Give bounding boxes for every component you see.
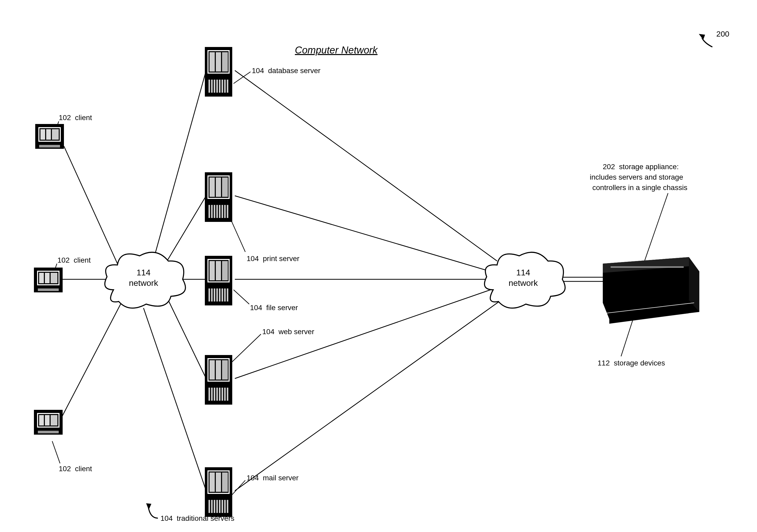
client-1: 102 client bbox=[35, 113, 92, 149]
svg-line-2 bbox=[59, 300, 123, 423]
svg-text:includes servers and storage: includes servers and storage bbox=[590, 173, 683, 181]
figure-ref: 200 bbox=[716, 29, 729, 38]
svg-line-22 bbox=[231, 480, 245, 496]
svg-line-21 bbox=[228, 334, 261, 365]
svg-line-8 bbox=[235, 71, 497, 261]
storage-appliance bbox=[603, 257, 699, 324]
svg-text:102  client: 102 client bbox=[57, 256, 91, 264]
svg-text:network: network bbox=[129, 278, 158, 288]
figure-ref-arrow: 200 bbox=[699, 29, 729, 47]
svg-rect-44 bbox=[611, 266, 684, 268]
svg-line-23 bbox=[645, 193, 668, 261]
svg-text:104  web server: 104 web server bbox=[262, 328, 314, 336]
svg-line-18 bbox=[233, 72, 251, 83]
svg-marker-26 bbox=[146, 503, 151, 510]
server-group-label: 104 traditional servers bbox=[161, 514, 234, 522]
svg-line-17 bbox=[52, 441, 60, 463]
svg-text:202  storage appliance:: 202 storage appliance: bbox=[603, 163, 679, 171]
svg-text:104  mail server: 104 mail server bbox=[247, 474, 298, 482]
svg-line-20 bbox=[233, 290, 249, 304]
svg-line-6 bbox=[167, 297, 206, 379]
svg-text:102  client: 102 client bbox=[59, 113, 92, 122]
svg-line-3 bbox=[155, 71, 206, 253]
svg-text:network: network bbox=[509, 278, 538, 288]
storage-devices-label: 112 storage devices bbox=[597, 359, 665, 367]
server-group-arrow bbox=[146, 503, 158, 518]
client-3: 102 client bbox=[34, 410, 92, 473]
svg-text:102  client: 102 client bbox=[59, 465, 92, 473]
server-print: 104 print server bbox=[205, 172, 299, 263]
svg-text:114: 114 bbox=[136, 268, 150, 277]
svg-line-7 bbox=[143, 308, 206, 491]
server-mail: 104 mail server bbox=[205, 467, 298, 517]
svg-text:controllers in a single chassi: controllers in a single chassis bbox=[592, 183, 687, 192]
diagram-title: Computer Network bbox=[295, 45, 378, 56]
svg-text:104  print server: 104 print server bbox=[247, 255, 299, 263]
appliance-label: 202 storage appliance: includes servers … bbox=[590, 163, 687, 192]
svg-line-24 bbox=[621, 316, 634, 356]
server-web: 104 web server bbox=[205, 328, 314, 405]
network-diagram: 200 Computer Network 102 client 102 clie… bbox=[0, 0, 757, 532]
svg-text:114: 114 bbox=[516, 268, 530, 277]
svg-line-4 bbox=[167, 196, 206, 261]
server-file: 104 file server bbox=[205, 256, 298, 312]
network-cloud-left: 114 network bbox=[105, 252, 186, 308]
client-2: 102 client bbox=[34, 256, 91, 292]
svg-text:104  database server: 104 database server bbox=[252, 67, 320, 75]
svg-line-0 bbox=[64, 146, 117, 264]
svg-text:104  file server: 104 file server bbox=[250, 303, 298, 312]
